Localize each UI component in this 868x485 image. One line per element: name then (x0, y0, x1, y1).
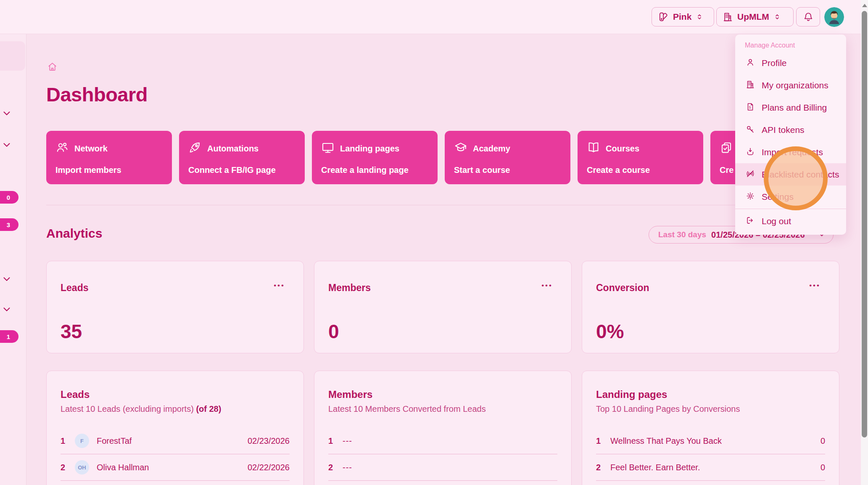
list-item[interactable]: 1 F ForestTaf 02/23/2026 (61, 428, 290, 454)
quick-card-title: Courses (606, 144, 639, 154)
lists-row: Leads Latest 10 Leads (excluding imports… (46, 371, 839, 485)
list-item[interactable]: 1 Wellness That Pays You Back 0 (596, 428, 825, 454)
chevron-down-icon[interactable] (1, 273, 12, 286)
sidebar: 0 3 1 (0, 34, 26, 485)
account-menu-section-label: Manage Account (735, 34, 846, 52)
stat-value: 35 (61, 320, 82, 343)
gear-icon (746, 191, 755, 202)
list-subtitle: Latest 10 Leads (excluding imports) (of … (61, 404, 290, 414)
rocket-icon (188, 141, 202, 156)
list-item: 2 --- (328, 454, 557, 481)
person-icon (746, 58, 755, 69)
sidebar-active-item[interactable] (0, 41, 25, 71)
stat-card-members: Members ••• 0 (314, 261, 572, 353)
quick-card-action: Create a course (587, 165, 650, 175)
organization-select-label: UpMLM (737, 12, 769, 22)
menu-item-settings[interactable]: Settings (735, 186, 846, 208)
menu-item-import-requests[interactable]: Import requests (735, 141, 846, 163)
quick-card-courses[interactable]: Courses Create a course (578, 131, 703, 184)
quick-card-landing-pages[interactable]: Landing pages Create a landing page (312, 131, 438, 184)
stat-title: Members (328, 282, 371, 294)
list-subtitle: Top 10 Landing Pages by Conversions (596, 404, 825, 414)
sidebar-count-badge: 1 (0, 330, 18, 343)
quick-actions-row: Network Import members Automations Conne… (46, 131, 836, 184)
color-swatch-icon (658, 11, 669, 22)
chevron-down-icon[interactable] (1, 108, 12, 120)
quick-card-action: Cre (720, 165, 733, 175)
home-icon[interactable] (47, 61, 58, 74)
quick-card-title: Automations (207, 144, 259, 154)
menu-item-my-organizations[interactable]: My organizations (735, 74, 846, 96)
scroll-up-arrow-icon[interactable] (862, 4, 867, 7)
organization-select[interactable]: UpMLM (716, 7, 794, 27)
top-bar: Pink UpMLM (0, 0, 868, 34)
monitor-icon (321, 141, 335, 156)
menu-item-profile[interactable]: Profile (735, 52, 846, 74)
stat-title: Leads (61, 282, 88, 294)
card-menu-button[interactable]: ••• (274, 281, 285, 290)
sidebar-count-badge: 0 (0, 191, 18, 204)
key-icon (746, 125, 755, 135)
list-title: Leads (61, 389, 290, 400)
theme-select-label: Pink (673, 12, 691, 22)
open-book-icon (587, 141, 600, 156)
list-item[interactable]: 2 OH Oliva Hallman 02/22/2026 (61, 454, 290, 481)
theme-select[interactable]: Pink (652, 7, 714, 27)
notifications-button[interactable] (796, 7, 820, 27)
voice-off-icon (746, 169, 755, 180)
list-item[interactable]: 2 Feel Better. Earn Better. 0 (596, 454, 825, 481)
account-menu: Manage Account Profile My organizations … (735, 34, 846, 235)
stat-value: 0% (596, 320, 624, 343)
menu-item-api-tokens[interactable]: API tokens (735, 119, 846, 141)
chevron-down-icon[interactable] (1, 139, 12, 152)
import-icon (746, 147, 755, 158)
scrollbar-thumb[interactable] (862, 11, 867, 437)
list-title: Landing pages (596, 389, 825, 400)
quick-card-title: Network (74, 144, 108, 154)
sidebar-count-badge: 3 (0, 218, 18, 231)
people-icon (55, 141, 69, 156)
svg-text:$: $ (749, 105, 751, 109)
quick-card-action: Connect a FB/IG page (188, 165, 276, 175)
menu-item-log-out[interactable]: Log out (735, 210, 846, 232)
billing-document-icon: $ (746, 102, 755, 113)
quick-card-automations[interactable]: Automations Connect a FB/IG page (179, 131, 305, 184)
list-card-landing-pages: Landing pages Top 10 Landing Pages by Co… (582, 371, 839, 485)
menu-divider (735, 209, 846, 209)
user-avatar[interactable] (824, 7, 844, 27)
analytics-title: Analytics (46, 226, 102, 241)
chevron-updown-icon (696, 13, 703, 21)
quick-card-action: Create a landing page (321, 165, 409, 175)
list-subtitle: Latest 10 Members Converted from Leads (328, 404, 557, 414)
building-icon (723, 12, 733, 22)
building-icon (746, 80, 755, 91)
quick-card-action: Import members (55, 165, 121, 175)
list-title: Members (328, 389, 557, 400)
section-divider (46, 205, 840, 205)
page-title: Dashboard (46, 83, 148, 106)
quick-card-network[interactable]: Network Import members (46, 131, 172, 184)
graduation-cap-icon (454, 141, 467, 156)
stats-row: Leads ••• 35 Members ••• 0 Conversion ••… (46, 261, 839, 353)
app-screen: Pink UpMLM 0 3 (0, 0, 868, 485)
quick-card-title: Landing pages (340, 144, 399, 154)
scrollbar[interactable] (861, 0, 868, 485)
stat-title: Conversion (596, 282, 649, 294)
menu-item-blacklisted-contacts[interactable]: Blacklisted contacts (735, 163, 846, 186)
date-range-preset: Last 30 days (658, 230, 706, 239)
avatar: F (75, 434, 89, 448)
bell-icon (803, 11, 814, 22)
chevron-down-icon[interactable] (1, 304, 12, 316)
card-menu-button[interactable]: ••• (541, 281, 553, 290)
menu-item-plans-billing[interactable]: $ Plans and Billing (735, 96, 846, 119)
stat-value: 0 (328, 320, 339, 343)
chevron-updown-icon (773, 13, 781, 21)
logout-icon (746, 216, 755, 227)
card-menu-button[interactable]: ••• (809, 281, 821, 290)
list-item: 1 --- (328, 428, 557, 454)
list-card-leads: Leads Latest 10 Leads (excluding imports… (46, 371, 304, 485)
quick-card-academy[interactable]: Academy Start a course (445, 131, 570, 184)
stat-card-leads: Leads ••• 35 (46, 261, 304, 353)
avatar-image (824, 7, 844, 27)
quick-card-action: Start a course (454, 165, 510, 175)
